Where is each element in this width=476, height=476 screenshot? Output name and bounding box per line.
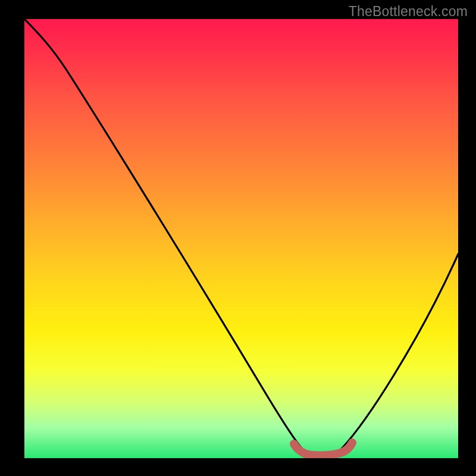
chart-frame: TheBottleneck.com [0, 0, 476, 476]
watermark-text: TheBottleneck.com [349, 4, 468, 20]
chart-svg [24, 19, 458, 458]
plot-area [24, 19, 458, 458]
optimal-band-path [294, 443, 352, 455]
bottleneck-curve-path [24, 19, 458, 455]
